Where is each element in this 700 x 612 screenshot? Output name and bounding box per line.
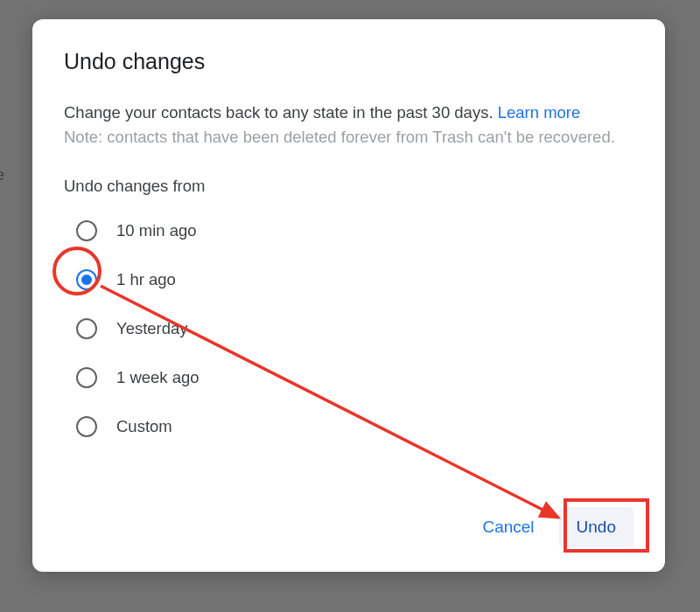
dialog-description-text: Change your contacts back to any state i… <box>64 103 494 122</box>
learn-more-link[interactable]: Learn more <box>498 103 581 122</box>
radio-label: 1 hr ago <box>116 270 176 289</box>
radio-icon <box>76 318 97 339</box>
dialog-title: Undo changes <box>64 49 634 74</box>
radio-option-custom[interactable]: Custom <box>64 402 634 451</box>
undo-button[interactable]: Undo <box>559 507 634 547</box>
undo-changes-dialog: Undo changes Change your contacts back t… <box>32 19 665 572</box>
cancel-button[interactable]: Cancel <box>465 507 551 547</box>
section-label: Undo changes from <box>64 177 634 196</box>
radio-icon <box>76 416 97 437</box>
radio-option-1week[interactable]: 1 week ago <box>64 353 634 402</box>
radio-icon <box>76 269 97 290</box>
radio-icon <box>76 367 97 388</box>
dialog-description: Change your contacts back to any state i… <box>64 102 634 124</box>
radio-label: Yesterday <box>116 319 188 338</box>
radio-label: 10 min ago <box>116 221 197 240</box>
radio-option-yesterday[interactable]: Yesterday <box>64 304 634 353</box>
radio-icon <box>76 220 97 241</box>
radio-group: 10 min ago 1 hr ago Yesterday 1 week ago… <box>64 206 634 451</box>
radio-label: Custom <box>116 417 172 436</box>
background-text-fragment: e <box>0 166 4 184</box>
radio-option-1hr[interactable]: 1 hr ago <box>64 255 634 304</box>
dialog-actions: Cancel Undo <box>64 507 634 547</box>
radio-label: 1 week ago <box>116 368 200 387</box>
dialog-note: Note: contacts that have been deleted fo… <box>64 128 634 147</box>
radio-option-10min[interactable]: 10 min ago <box>64 206 634 255</box>
